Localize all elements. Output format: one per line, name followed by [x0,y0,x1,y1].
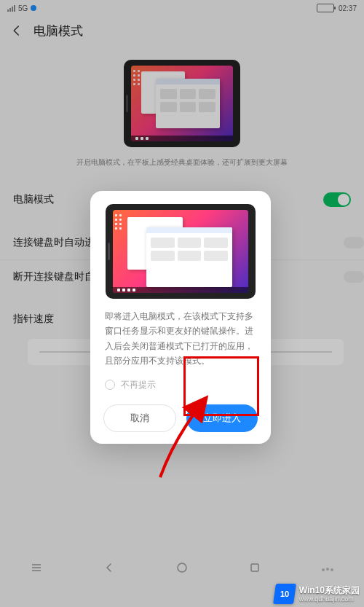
cancel-button[interactable]: 取消 [103,404,176,432]
confirm-modal: 即将进入电脑模式，在该模式下支持多窗口任务显示和更友好的键鼠操作。进入后会关闭普… [90,191,271,444]
modal-illustration [106,204,256,299]
settings-screen: 5G 02:37 电脑模式 开启电脑模式，在平板上感受经典桌面体验，还可扩展到更… [0,0,364,607]
dont-show-again[interactable]: 不再提示 [103,379,258,391]
confirm-button[interactable]: 立即进入 [186,404,258,432]
watermark: 10 Win10系统家园 www.qdhuajin.com [274,584,360,604]
watermark-url: www.qdhuajin.com [299,596,360,603]
modal-buttons: 取消 立即进入 [103,404,258,432]
watermark-brand: Win10系统家园 [299,586,360,595]
dont-show-label: 不再提示 [121,379,156,391]
watermark-logo-icon: 10 [273,584,296,604]
checkbox-icon[interactable] [105,380,115,390]
modal-description: 即将进入电脑模式，在该模式下支持多窗口任务显示和更友好的键鼠操作。进入后会关闭普… [103,309,258,369]
